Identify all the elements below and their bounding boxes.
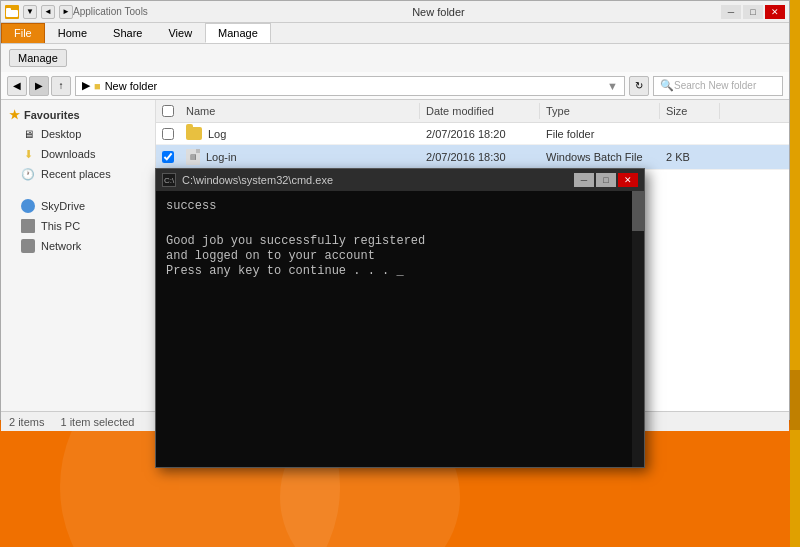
cmd-maximize-button[interactable]: □ bbox=[596, 173, 616, 187]
title-bar-left: ▼ ◄ ► bbox=[5, 5, 73, 19]
minimize-button[interactable]: ─ bbox=[721, 5, 741, 19]
folder-icon-small: ■ bbox=[94, 80, 101, 92]
cmd-line-3: Press any key to continue . . . _ bbox=[166, 264, 634, 278]
svg-rect-1 bbox=[6, 8, 11, 11]
row-checkbox-2[interactable] bbox=[162, 151, 174, 163]
titlebar-nav-1[interactable]: ▼ bbox=[23, 5, 37, 19]
cmd-line-1: Good job you successfully registered bbox=[166, 234, 634, 248]
file-size-login: 2 KB bbox=[660, 149, 720, 165]
titlebar-nav-2[interactable]: ◄ bbox=[41, 5, 55, 19]
cmd-scrollbar[interactable] bbox=[632, 191, 644, 467]
downloads-icon: ⬇ bbox=[21, 147, 35, 161]
sidebar-section-favourites: ★ Favourites 🖥 Desktop ⬇ Downloads 🕐 Rec… bbox=[1, 106, 155, 184]
tab-manage[interactable]: Manage bbox=[205, 23, 271, 43]
col-name[interactable]: Name bbox=[180, 103, 420, 119]
window-controls: ─ □ ✕ bbox=[721, 5, 785, 19]
desktop-scrollbar-thumb[interactable] bbox=[790, 370, 800, 430]
cmd-title-left: C:\ C:\windows\system32\cmd.exe bbox=[162, 173, 333, 187]
file-name-log[interactable]: Log bbox=[180, 125, 420, 142]
file-date-login: 2/07/2016 18:30 bbox=[420, 149, 540, 165]
cmd-controls: ─ □ ✕ bbox=[574, 173, 638, 187]
cmd-title-bar: C:\ C:\windows\system32\cmd.exe ─ □ ✕ bbox=[156, 169, 644, 191]
sidebar-pc-label: This PC bbox=[41, 220, 80, 232]
search-icon: 🔍 bbox=[660, 79, 674, 92]
sidebar-header-favourites: ★ Favourites bbox=[1, 106, 155, 124]
row-checkbox-1[interactable] bbox=[162, 128, 174, 140]
file-date-log: 2/07/2016 18:20 bbox=[420, 126, 540, 142]
up-button[interactable]: ↑ bbox=[51, 76, 71, 96]
path-dropdown[interactable]: ▼ bbox=[607, 80, 618, 92]
cmd-close-button[interactable]: ✕ bbox=[618, 173, 638, 187]
status-items: 2 items bbox=[9, 416, 44, 428]
recent-icon: 🕐 bbox=[21, 167, 35, 181]
sidebar: ★ Favourites 🖥 Desktop ⬇ Downloads 🕐 Rec… bbox=[1, 100, 156, 411]
cmd-line-2: and logged on to your account bbox=[166, 249, 634, 263]
sidebar-item-thispc[interactable]: This PC bbox=[1, 216, 155, 236]
search-box[interactable]: 🔍 Search New folder bbox=[653, 76, 783, 96]
back-button[interactable]: ◀ bbox=[7, 76, 27, 96]
file-list-header: Name Date modified Type Size bbox=[156, 100, 789, 123]
cmd-minimize-button[interactable]: ─ bbox=[574, 173, 594, 187]
maximize-button[interactable]: □ bbox=[743, 5, 763, 19]
cmd-body: success Good job you successfully regist… bbox=[156, 191, 644, 467]
sidebar-desktop-label: Desktop bbox=[41, 128, 81, 140]
col-size[interactable]: Size bbox=[660, 103, 720, 119]
batch-file-icon: ▤ bbox=[186, 149, 200, 165]
status-selected: 1 item selected bbox=[60, 416, 134, 428]
ribbon-tabs: File Home Share View Manage bbox=[1, 23, 789, 44]
network-icon bbox=[21, 239, 35, 253]
file-row-login[interactable]: ▤ Log-in 2/07/2016 18:30 Windows Batch F… bbox=[156, 145, 789, 170]
sidebar-skydrive-label: SkyDrive bbox=[41, 200, 85, 212]
address-bar: ◀ ▶ ↑ ▶ ■ New folder ▼ ↻ 🔍 Search New fo… bbox=[1, 72, 789, 100]
ribbon-manage-btn[interactable]: Manage bbox=[9, 49, 67, 67]
row-checkbox-col-2 bbox=[156, 151, 180, 163]
tab-share[interactable]: Share bbox=[100, 23, 155, 43]
folder-icon-log bbox=[186, 127, 202, 140]
col-type[interactable]: Type bbox=[540, 103, 660, 119]
sidebar-downloads-label: Downloads bbox=[41, 148, 95, 160]
desktop-icon: 🖥 bbox=[21, 127, 35, 141]
close-button[interactable]: ✕ bbox=[765, 5, 785, 19]
tab-home[interactable]: Home bbox=[45, 23, 100, 43]
cmd-icon: C:\ bbox=[162, 173, 176, 187]
window-title: New folder bbox=[156, 6, 721, 18]
tab-view[interactable]: View bbox=[155, 23, 205, 43]
header-checkbox-col bbox=[156, 103, 180, 119]
sidebar-item-desktop[interactable]: 🖥 Desktop bbox=[1, 124, 155, 144]
cmd-window: C:\ C:\windows\system32\cmd.exe ─ □ ✕ su… bbox=[155, 168, 645, 468]
title-bar: ▼ ◄ ► Application Tools New folder ─ □ ✕ bbox=[1, 1, 789, 23]
app-tools-label: Application Tools bbox=[73, 6, 148, 17]
cmd-title-text: C:\windows\system32\cmd.exe bbox=[182, 174, 333, 186]
sidebar-item-skydrive[interactable]: SkyDrive bbox=[1, 196, 155, 216]
tab-file[interactable]: File bbox=[1, 23, 45, 43]
star-icon: ★ bbox=[9, 108, 20, 122]
forward-button[interactable]: ▶ bbox=[29, 76, 49, 96]
sidebar-item-downloads[interactable]: ⬇ Downloads bbox=[1, 144, 155, 164]
desktop-scrollbar[interactable] bbox=[790, 0, 800, 547]
titlebar-nav-3[interactable]: ► bbox=[59, 5, 73, 19]
address-path[interactable]: ▶ ■ New folder ▼ bbox=[75, 76, 625, 96]
refresh-button[interactable]: ↻ bbox=[629, 76, 649, 96]
path-chevron: ▶ bbox=[82, 79, 90, 92]
sidebar-network-label: Network bbox=[41, 240, 81, 252]
log-label: Log bbox=[208, 128, 226, 140]
file-name-login[interactable]: ▤ Log-in bbox=[180, 147, 420, 167]
nav-arrows: ◀ ▶ ↑ bbox=[7, 76, 71, 96]
skydrive-icon bbox=[21, 199, 35, 213]
folder-title-icon bbox=[5, 5, 19, 19]
row-checkbox-col-1 bbox=[156, 128, 180, 140]
favourites-label: Favourites bbox=[24, 109, 80, 121]
file-row-log[interactable]: Log 2/07/2016 18:20 File folder bbox=[156, 123, 789, 145]
file-type-log: File folder bbox=[540, 126, 660, 142]
sidebar-item-network[interactable]: Network bbox=[1, 236, 155, 256]
sidebar-item-recent[interactable]: 🕐 Recent places bbox=[1, 164, 155, 184]
file-type-login: Windows Batch File bbox=[540, 149, 660, 165]
cmd-scrollbar-thumb[interactable] bbox=[632, 191, 644, 231]
cmd-line-success: success bbox=[166, 199, 634, 213]
pc-icon bbox=[21, 219, 35, 233]
cmd-line-blank bbox=[166, 219, 634, 233]
header-checkbox[interactable] bbox=[162, 105, 174, 117]
col-date[interactable]: Date modified bbox=[420, 103, 540, 119]
path-text: New folder bbox=[105, 80, 158, 92]
login-label: Log-in bbox=[206, 151, 237, 163]
